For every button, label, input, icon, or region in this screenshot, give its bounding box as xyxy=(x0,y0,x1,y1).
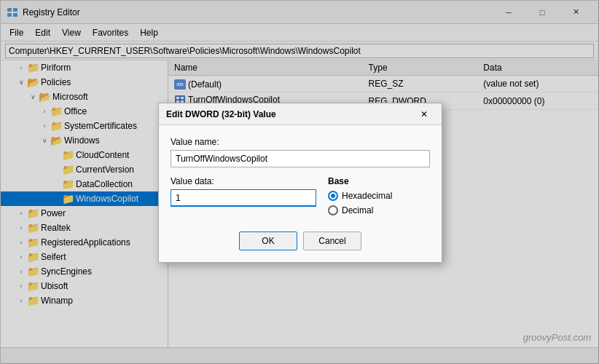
tree-item-policies[interactable]: ∨ 📂 Policies xyxy=(1,75,168,90)
folder-icon-microsoft: 📂 xyxy=(39,92,50,102)
col-name: Name xyxy=(168,60,363,76)
close-button[interactable]: ✕ xyxy=(559,1,592,24)
toggle-realtek: › xyxy=(15,222,27,234)
reg-name-default: ab (Default) xyxy=(168,76,363,92)
tree-item-currentversion[interactable]: 📁 CurrentVersion xyxy=(1,162,168,177)
tree-item-regapps[interactable]: › 📁 RegisteredApplications xyxy=(1,235,168,250)
toggle-piriform: › xyxy=(15,62,27,74)
tree-label-currentversion: CurrentVersion xyxy=(76,165,134,175)
tree-label-windowscopilot: WindowsCopilot xyxy=(76,194,138,204)
toggle-systemcerts: › xyxy=(39,120,50,132)
edit-dword-dialog: Edit DWORD (32-bit) Value ✕ Value name: … xyxy=(158,103,442,263)
folder-icon-seifert: 📁 xyxy=(27,252,39,262)
tree-label-piriform: Piriform xyxy=(41,63,71,73)
tree-label-power: Power xyxy=(41,208,66,218)
dialog-title-bar: Edit DWORD (32-bit) Value ✕ xyxy=(159,103,442,125)
svg-rect-1 xyxy=(13,8,17,12)
folder-icon-regapps: 📁 xyxy=(27,237,39,248)
tree-item-windows[interactable]: ∨ 📂 Windows xyxy=(1,133,168,148)
app-icon xyxy=(7,7,18,18)
folder-icon-power: 📁 xyxy=(27,208,39,218)
dialog-buttons: OK Cancel xyxy=(171,232,430,250)
tree-panel: › 📁 Piriform ∨ 📂 Policies ∨ 📂 Microsoft … xyxy=(1,60,168,347)
value-data-section: Value data: xyxy=(171,176,316,207)
radio-hexadecimal[interactable]: Hexadecimal xyxy=(328,191,430,201)
tree-label-winamp: Winamp xyxy=(41,296,73,306)
table-row[interactable]: ab (Default) REG_SZ (value not set) xyxy=(168,76,598,92)
tree-item-windowscopilot[interactable]: 📁 WindowsCopilot xyxy=(1,191,168,206)
toggle-seifert: › xyxy=(15,251,27,263)
folder-icon-office: 📁 xyxy=(50,106,62,116)
reg-data-default: (value not set) xyxy=(477,76,598,92)
svg-rect-0 xyxy=(7,8,12,12)
radio-dec-btn[interactable] xyxy=(328,205,338,215)
menu-help[interactable]: Help xyxy=(134,26,164,39)
tree-item-piriform[interactable]: › 📁 Piriform xyxy=(1,60,168,75)
ok-button[interactable]: OK xyxy=(239,232,297,250)
tree-item-cloudcontent[interactable]: 📁 CloudContent xyxy=(1,148,168,162)
tree-label-syncengines: SyncEngines xyxy=(41,266,92,277)
value-name-label: Value name: xyxy=(171,137,430,147)
ab-icon: ab xyxy=(174,79,186,90)
folder-icon-ubisoft: 📁 xyxy=(27,281,39,291)
svg-rect-3 xyxy=(13,13,17,17)
window-controls: ─ □ ✕ xyxy=(492,1,592,24)
folder-icon-currentversion: 📁 xyxy=(62,165,74,175)
col-data: Data xyxy=(477,60,598,76)
folder-icon-systemcerts: 📁 xyxy=(50,121,62,131)
radio-decimal[interactable]: Decimal xyxy=(328,205,430,215)
tree-item-ubisoft[interactable]: › 📁 Ubisoft xyxy=(1,279,168,293)
tree-label-realtek: Realtek xyxy=(41,223,71,233)
value-data-input[interactable] xyxy=(171,189,316,207)
toggle-windowscopilot xyxy=(50,193,62,205)
menu-favorites[interactable]: Favorites xyxy=(87,26,134,39)
folder-icon-cloudcontent: 📁 xyxy=(62,150,74,160)
folder-icon-datacollection: 📁 xyxy=(62,179,74,189)
toggle-cloudcontent xyxy=(50,149,62,161)
col-type: Type xyxy=(363,60,478,76)
menu-view[interactable]: View xyxy=(56,26,87,39)
tree-item-datacollection[interactable]: 📁 DataCollection xyxy=(1,177,168,191)
reg-data-copilot: 0x00000000 (0) xyxy=(477,92,598,110)
dialog-close-button[interactable]: ✕ xyxy=(414,106,434,123)
reg-type-default: REG_SZ xyxy=(363,76,478,92)
toggle-ubisoft: › xyxy=(15,280,27,292)
toggle-datacollection xyxy=(50,178,62,190)
tree-item-winamp[interactable]: › 📁 Winamp xyxy=(1,293,168,308)
folder-icon-syncengines: 📁 xyxy=(27,266,39,277)
tree-item-seifert[interactable]: › 📁 Seifert xyxy=(1,250,168,264)
tree-item-systemcerts[interactable]: › 📁 SystemCertificates xyxy=(1,119,168,133)
window-title: Registry Editor xyxy=(23,7,492,17)
dialog-row: Value data: Base Hexadecimal Decimal xyxy=(171,176,430,220)
base-label: Base xyxy=(328,176,430,186)
tree-item-office[interactable]: › 📁 Office xyxy=(1,104,168,119)
radio-hex-btn[interactable] xyxy=(328,191,338,201)
folder-icon-winamp: 📁 xyxy=(27,296,39,306)
cancel-button[interactable]: Cancel xyxy=(303,232,361,250)
minimize-button[interactable]: ─ xyxy=(492,1,525,24)
tree-label-windows: Windows xyxy=(64,135,100,146)
tree-item-realtek[interactable]: › 📁 Realtek xyxy=(1,221,168,235)
radio-hex-label: Hexadecimal xyxy=(342,191,392,201)
value-name-input[interactable] xyxy=(171,150,430,167)
menu-file[interactable]: File xyxy=(4,26,29,39)
maximize-button[interactable]: □ xyxy=(525,1,559,24)
toggle-policies: ∨ xyxy=(15,76,27,88)
toggle-winamp: › xyxy=(15,295,27,306)
folder-icon-piriform: 📁 xyxy=(27,63,39,73)
radio-dec-label: Decimal xyxy=(342,205,373,215)
toggle-windows: ∨ xyxy=(39,135,50,146)
dialog-title: Edit DWORD (32-bit) Value xyxy=(166,109,414,119)
tree-label-seifert: Seifert xyxy=(41,252,66,262)
menu-edit[interactable]: Edit xyxy=(29,26,56,39)
status-bar xyxy=(1,347,598,363)
folder-icon-policies: 📂 xyxy=(27,77,39,87)
folder-icon-windowscopilot: 📁 xyxy=(62,194,74,204)
tree-item-syncengines[interactable]: › 📁 SyncEngines xyxy=(1,264,168,279)
tree-item-power[interactable]: › 📁 Power xyxy=(1,206,168,221)
tree-label-policies: Policies xyxy=(41,77,71,87)
tree-item-microsoft[interactable]: ∨ 📂 Microsoft xyxy=(1,90,168,104)
svg-rect-5 xyxy=(176,97,179,99)
address-input[interactable] xyxy=(5,44,594,58)
tree-label-ubisoft: Ubisoft xyxy=(41,281,68,291)
